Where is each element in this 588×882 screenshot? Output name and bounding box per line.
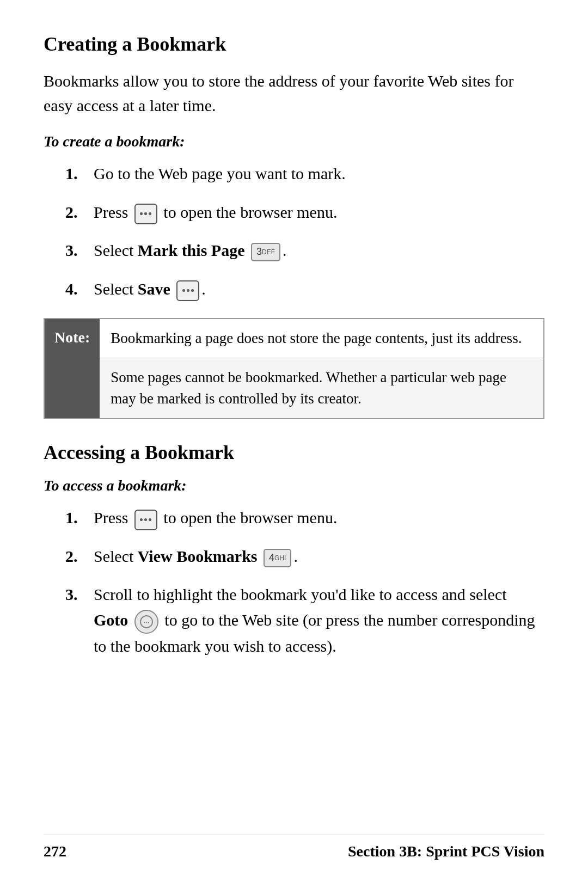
browser-menu-icon-2	[134, 510, 157, 530]
step-2-text: Press to open the browser menu.	[94, 200, 544, 225]
access-step-1-num: 1.	[65, 505, 85, 530]
browser-menu-icon-1	[134, 204, 157, 224]
access-step-1-text: Press to open the browser menu.	[94, 505, 544, 531]
access-step-2-num: 2.	[65, 544, 85, 568]
note-row-1: Bookmarking a page does not store the pa…	[100, 319, 543, 358]
section1-subheading: To create a bookmark:	[44, 133, 544, 150]
step-3: 3. Select Mark this Page 3DEF.	[65, 238, 544, 264]
step-4-text: Select Save .	[94, 277, 544, 302]
goto-icon: ···	[134, 610, 158, 634]
access-step-3-text: Scroll to highlight the bookmark you'd l…	[94, 582, 544, 659]
step-1-num: 1.	[65, 161, 85, 186]
save-menu-icon	[176, 280, 199, 301]
step-3-text: Select Mark this Page 3DEF.	[94, 238, 544, 264]
step-3-bold: Mark this Page	[138, 241, 245, 259]
step-4-num: 4.	[65, 277, 85, 301]
note-content: Bookmarking a page does not store the pa…	[100, 319, 543, 418]
section1-steps: 1. Go to the Web page you want to mark. …	[65, 161, 544, 302]
section2-subheading: To access a bookmark:	[44, 477, 544, 494]
section2-title: Accessing a Bookmark	[44, 441, 544, 464]
page-footer: 272 Section 3B: Sprint PCS Vision	[44, 835, 544, 860]
key-4-icon: 4GHI	[264, 549, 291, 567]
goto-svg: ···	[139, 615, 154, 629]
page-content: Creating a Bookmark Bookmarks allow you …	[0, 0, 588, 730]
section-accessing-bookmark: Accessing a Bookmark To access a bookmar…	[44, 441, 544, 659]
key-3-icon: 3DEF	[251, 243, 280, 261]
step-2: 2. Press to open the browser menu.	[65, 200, 544, 225]
access-step-2: 2. Select View Bookmarks 4GHI.	[65, 544, 544, 569]
footer-section-label: Section 3B: Sprint PCS Vision	[348, 843, 544, 860]
menu-dots-3	[140, 518, 151, 521]
access-step-3-num: 3.	[65, 582, 85, 607]
section-creating-bookmark: Creating a Bookmark Bookmarks allow you …	[44, 33, 544, 419]
access-step-2-text: Select View Bookmarks 4GHI.	[94, 544, 544, 569]
goto-bold: Goto	[94, 611, 128, 629]
menu-dots	[140, 212, 151, 215]
footer-page-number: 272	[44, 843, 66, 860]
step-2-num: 2.	[65, 200, 85, 224]
note-box: Note: Bookmarking a page does not store …	[44, 318, 544, 419]
step-4-bold: Save	[138, 280, 170, 298]
step-1-text: Go to the Web page you want to mark.	[94, 161, 544, 187]
step-2-bold: View Bookmarks	[138, 547, 258, 565]
step-4: 4. Select Save .	[65, 277, 544, 302]
access-step-1: 1. Press to open the browser menu.	[65, 505, 544, 531]
menu-dots-2	[182, 289, 194, 292]
svg-text:···: ···	[144, 618, 149, 626]
note-label: Note:	[45, 319, 100, 418]
section1-title: Creating a Bookmark	[44, 33, 544, 56]
section2-steps: 1. Press to open the browser menu. 2.	[65, 505, 544, 659]
note-row-2: Some pages cannot be bookmarked. Whether…	[100, 358, 543, 418]
section1-intro: Bookmarks allow you to store the address…	[44, 69, 544, 118]
step-3-num: 3.	[65, 238, 85, 262]
access-step-3: 3. Scroll to highlight the bookmark you'…	[65, 582, 544, 659]
step-1: 1. Go to the Web page you want to mark.	[65, 161, 544, 187]
